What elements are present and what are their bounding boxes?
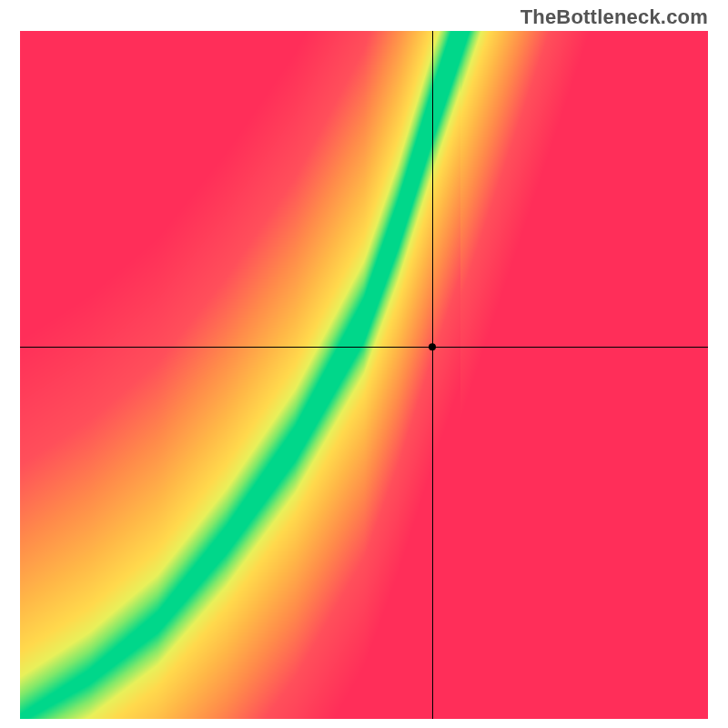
watermark-label: TheBottleneck.com [521,5,708,29]
heatmap-canvas [20,31,708,719]
